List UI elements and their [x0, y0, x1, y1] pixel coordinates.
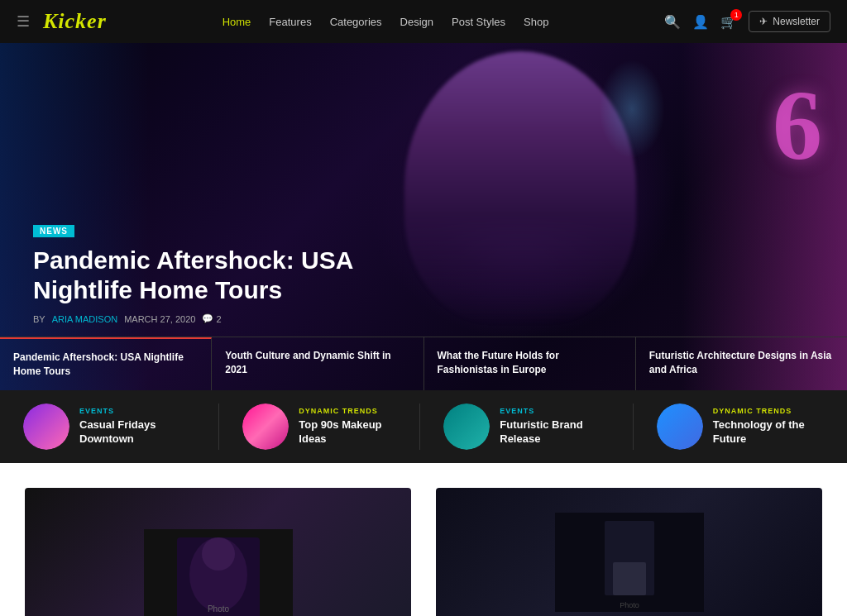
trending-cat-3: DYNAMIC TRENDS: [713, 407, 824, 415]
trending-thumb-img-3: [657, 404, 703, 450]
svg-text:Photo: Photo: [207, 604, 229, 614]
main-nav: Home Features Categories Design Post Sty…: [223, 16, 549, 28]
hero-article-0[interactable]: Pandemic Aftershock: USA Nightlife Home …: [0, 337, 212, 390]
hero-date: MARCH 27, 2020: [124, 314, 195, 324]
article-placeholder-0: Photo: [25, 488, 411, 616]
article-card-1: Photo LIFESTYLE Article Two BY JOHN DOE …: [436, 488, 822, 616]
header-right: 🔍 👤 🛒 1 ✈ Newsletter: [664, 11, 830, 32]
cart-wrap[interactable]: 🛒 1: [720, 14, 737, 30]
header-left: ☰ Kicker: [17, 9, 107, 34]
newsletter-icon: ✈: [759, 16, 768, 27]
menu-icon[interactable]: ☰: [17, 12, 30, 31]
trending-thumb-2: [443, 404, 490, 450]
trending-title-1: Top 90s Makeup Ideas: [299, 418, 396, 446]
comment-count: 2: [216, 314, 221, 324]
neon-lights: [599, 60, 665, 159]
nav-home[interactable]: Home: [223, 16, 251, 28]
svg-point-3: [202, 537, 235, 571]
hero-badge: NEWS: [33, 225, 74, 237]
nav-categories[interactable]: Categories: [330, 16, 382, 28]
neon-number: 6: [773, 76, 822, 175]
trending-thumb-img-1: [242, 404, 289, 450]
article-card-0: Photo LIFESTYLE Social and Political Equ…: [25, 488, 411, 616]
article-image-0: Photo: [25, 488, 411, 616]
hero-article-title-2: What the Future Holds for Fashionistas i…: [438, 349, 622, 377]
article-svg-0: Photo: [144, 529, 293, 616]
hero-comments: 💬 2: [202, 313, 221, 324]
trending-info-1: DYNAMIC TRENDS Top 90s Makeup Ideas: [299, 407, 396, 446]
hero-articles: Pandemic Aftershock: USA Nightlife Home …: [0, 337, 847, 390]
hero-article-title-3: Futuristic Architecture Designs in Asia …: [649, 349, 834, 377]
nav-features[interactable]: Features: [269, 16, 311, 28]
trending-cat-1: DYNAMIC TRENDS: [299, 407, 396, 415]
hero-article-1[interactable]: Youth Culture and Dynamic Shift in 2021: [212, 337, 424, 390]
trending-info-2: EVENTS Futuristic Brand Release: [500, 407, 610, 446]
hero-article-title-1: Youth Culture and Dynamic Shift in 2021: [225, 349, 409, 377]
trending-thumb-3: [657, 404, 703, 450]
newsletter-label: Newsletter: [773, 16, 820, 27]
hero-author-label: BY: [33, 314, 45, 324]
article-image-1: Photo: [436, 488, 822, 616]
hero-author[interactable]: ARIA MADISON: [52, 314, 117, 324]
cart-badge: 1: [730, 9, 742, 21]
nav-design[interactable]: Design: [400, 16, 433, 28]
trending-info-0: EVENTS Casual Fridays Downtown: [79, 407, 195, 446]
trending-item-3[interactable]: DYNAMIC TRENDS Technology of the Future: [634, 404, 847, 450]
svg-rect-7: [613, 562, 646, 595]
search-icon[interactable]: 🔍: [664, 14, 681, 30]
hero-title: Pandemic Aftershock: USA Nightlife Home …: [33, 246, 380, 305]
trending-title-0: Casual Fridays Downtown: [79, 418, 195, 446]
trending-item-2[interactable]: EVENTS Futuristic Brand Release: [420, 404, 634, 450]
article-placeholder-1: Photo: [436, 488, 822, 616]
trending-strip: EVENTS Casual Fridays Downtown DYNAMIC T…: [0, 390, 847, 463]
header: ☰ Kicker Home Features Categories Design…: [0, 0, 847, 43]
main-content: Photo LIFESTYLE Social and Political Equ…: [0, 463, 847, 616]
hero-article-2[interactable]: What the Future Holds for Fashionistas i…: [424, 337, 636, 390]
hero-article-title-0: Pandemic Aftershock: USA Nightlife Home …: [13, 351, 198, 379]
hero-meta: BY ARIA MADISON MARCH 27, 2020 💬 2: [33, 313, 380, 324]
trending-cat-0: EVENTS: [79, 407, 195, 415]
comment-icon: 💬: [202, 313, 213, 324]
article-svg-1: Photo: [555, 513, 704, 612]
svg-text:Photo: Photo: [620, 601, 639, 609]
trending-thumb-img-0: [23, 404, 69, 450]
trending-title-2: Futuristic Brand Release: [500, 418, 610, 446]
nav-post-styles[interactable]: Post Styles: [452, 16, 505, 28]
logo[interactable]: Kicker: [43, 9, 107, 34]
hero-content: NEWS Pandemic Aftershock: USA Nightlife …: [33, 222, 380, 324]
newsletter-button[interactable]: ✈ Newsletter: [749, 11, 830, 32]
trending-item-1[interactable]: DYNAMIC TRENDS Top 90s Makeup Ideas: [219, 404, 420, 450]
trending-item-0[interactable]: EVENTS Casual Fridays Downtown: [0, 404, 219, 450]
trending-info-3: DYNAMIC TRENDS Technology of the Future: [713, 407, 824, 446]
trending-thumb-0: [23, 404, 69, 450]
trending-thumb-img-2: [443, 404, 490, 450]
trending-cat-2: EVENTS: [500, 407, 610, 415]
trending-thumb-1: [242, 404, 289, 450]
hero-section: 6 NEWS Pandemic Aftershock: USA Nightlif…: [0, 43, 847, 390]
hero-article-3[interactable]: Futuristic Architecture Designs in Asia …: [636, 337, 847, 390]
nav-shop[interactable]: Shop: [524, 16, 548, 28]
trending-title-3: Technology of the Future: [713, 418, 824, 446]
user-icon[interactable]: 👤: [692, 14, 709, 30]
